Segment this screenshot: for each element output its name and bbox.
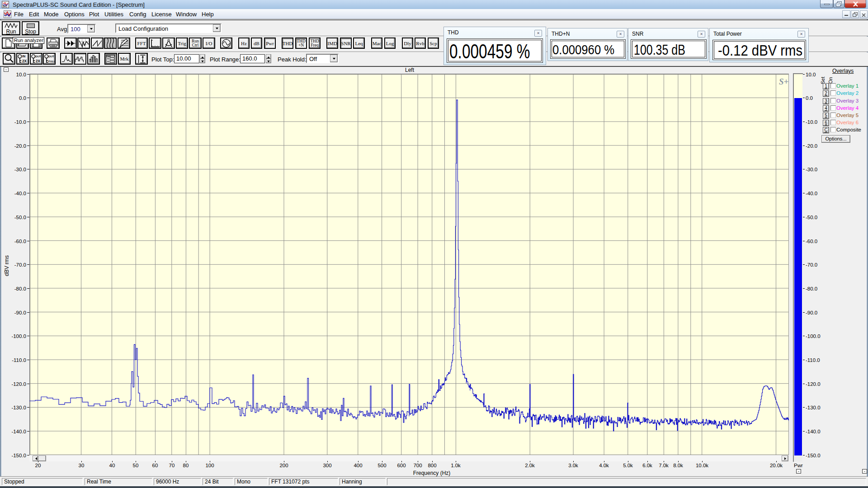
svg-text:OUT: OUT — [35, 55, 41, 58]
svg-text:SC: SC — [3, 5, 7, 8]
svg-text:OUT: OUT — [48, 55, 54, 58]
svg-text:S+: S+ — [779, 77, 788, 86]
svg-text:2X: 2X — [36, 59, 41, 63]
svg-text:IN: IN — [22, 54, 25, 58]
svg-text:FULL: FULL — [48, 60, 55, 63]
svg-text:2X: 2X — [22, 59, 27, 63]
